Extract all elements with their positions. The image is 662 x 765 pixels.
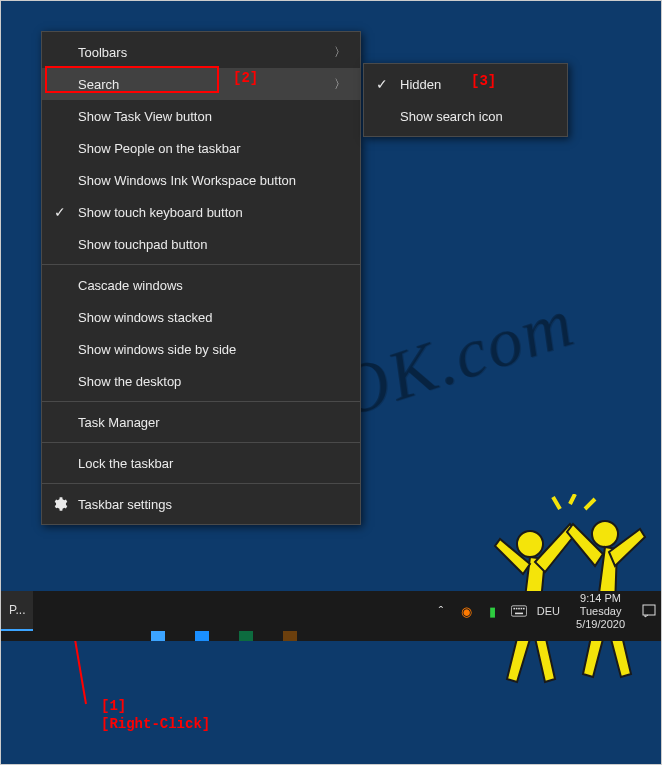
check-icon: ✓ (376, 76, 388, 92)
menu-item-label: Show Task View button (78, 109, 212, 124)
menu-item-windows-stacked[interactable]: Show windows stacked (42, 301, 360, 333)
submenu-item-hidden[interactable]: ✓ Hidden (364, 68, 567, 100)
menu-item-label: Show search icon (400, 109, 503, 124)
menu-item-label: Show People on the taskbar (78, 141, 241, 156)
taskbar-app-button[interactable]: P... (1, 591, 33, 631)
menu-separator (42, 442, 360, 443)
menu-item-show-people[interactable]: Show People on the taskbar (42, 132, 360, 164)
tray-power-icon[interactable]: ◉ (459, 603, 475, 619)
menu-item-label: Hidden (400, 77, 441, 92)
svg-rect-11 (151, 631, 165, 641)
menu-item-toolbars[interactable]: Toolbars 〉 (42, 36, 360, 68)
menu-item-label: Show windows stacked (78, 310, 212, 325)
menu-separator (42, 401, 360, 402)
menu-item-label: Task Manager (78, 415, 160, 430)
menu-item-search[interactable]: Search 〉 (42, 68, 360, 100)
taskbar-mini-icon[interactable] (151, 631, 165, 641)
svg-rect-10 (643, 605, 655, 615)
menu-item-windows-side-by-side[interactable]: Show windows side by side (42, 333, 360, 365)
chevron-right-icon: 〉 (334, 76, 346, 93)
svg-rect-7 (520, 608, 522, 610)
check-icon: ✓ (54, 204, 66, 220)
svg-rect-6 (518, 608, 520, 610)
menu-item-label: Show Windows Ink Workspace button (78, 173, 296, 188)
menu-item-show-touch-keyboard[interactable]: ✓ Show touch keyboard button (42, 196, 360, 228)
tray-keyboard-icon[interactable] (511, 603, 527, 619)
tray-clock-day: Tuesday (576, 605, 625, 618)
menu-item-cascade-windows[interactable]: Cascade windows (42, 269, 360, 301)
svg-rect-3 (511, 606, 526, 616)
chevron-right-icon: 〉 (334, 44, 346, 61)
menu-item-label: Lock the taskbar (78, 456, 173, 471)
gear-icon (52, 496, 68, 512)
svg-rect-14 (283, 631, 297, 641)
menu-item-lock-taskbar[interactable]: Lock the taskbar (42, 447, 360, 479)
menu-item-show-desktop[interactable]: Show the desktop (42, 365, 360, 397)
taskbar[interactable]: P... ˆ ◉ ▮ DEU 9:14 PM Tuesday 5/19/2020 (1, 591, 662, 631)
svg-rect-4 (513, 608, 515, 610)
svg-point-1 (592, 521, 618, 547)
svg-rect-13 (239, 631, 253, 641)
tray-clock-date: 5/19/2020 (576, 618, 625, 631)
system-tray: ˆ ◉ ▮ DEU 9:14 PM Tuesday 5/19/2020 (433, 591, 662, 631)
taskbar-mini-icon[interactable] (283, 631, 297, 641)
tray-clock-time: 9:14 PM (576, 592, 625, 605)
svg-rect-9 (515, 613, 523, 615)
menu-item-label: Show the desktop (78, 374, 181, 389)
svg-rect-12 (195, 631, 209, 641)
tray-notifications-icon[interactable] (641, 603, 657, 619)
tray-chevron-up-icon[interactable]: ˆ (433, 603, 449, 619)
tray-app-icon[interactable]: ▮ (485, 603, 501, 619)
svg-rect-8 (523, 608, 525, 610)
submenu-item-show-search-icon[interactable]: Show search icon (364, 100, 567, 132)
menu-item-show-ink-workspace[interactable]: Show Windows Ink Workspace button (42, 164, 360, 196)
menu-separator (42, 264, 360, 265)
menu-item-label: Toolbars (78, 45, 127, 60)
menu-item-label: Show touchpad button (78, 237, 207, 252)
menu-item-label: Show touch keyboard button (78, 205, 243, 220)
search-submenu: ✓ Hidden Show search icon (363, 63, 568, 137)
taskbar-secondary-strip (1, 631, 662, 641)
taskbar-context-menu: Toolbars 〉 Search 〉 Show Task View butto… (41, 31, 361, 525)
menu-separator (42, 483, 360, 484)
annotation-label-right-click: [Right-Click] (101, 716, 210, 732)
menu-item-label: Taskbar settings (78, 497, 172, 512)
tray-language-indicator[interactable]: DEU (537, 603, 560, 619)
menu-item-show-touchpad[interactable]: Show touchpad button (42, 228, 360, 260)
taskbar-mini-icon[interactable] (195, 631, 209, 641)
annotation-label-1: [1] (101, 698, 126, 714)
svg-rect-5 (516, 608, 518, 610)
menu-item-label: Show windows side by side (78, 342, 236, 357)
tray-clock[interactable]: 9:14 PM Tuesday 5/19/2020 (570, 592, 631, 631)
svg-point-0 (517, 531, 543, 557)
menu-item-task-manager[interactable]: Task Manager (42, 406, 360, 438)
menu-item-label: Cascade windows (78, 278, 183, 293)
taskbar-left-section: P... (1, 591, 33, 631)
taskbar-mini-icon[interactable] (239, 631, 253, 641)
menu-item-taskbar-settings[interactable]: Taskbar settings (42, 488, 360, 520)
menu-item-show-task-view[interactable]: Show Task View button (42, 100, 360, 132)
taskbar-app-label: P... (9, 603, 25, 617)
menu-item-label: Search (78, 77, 119, 92)
